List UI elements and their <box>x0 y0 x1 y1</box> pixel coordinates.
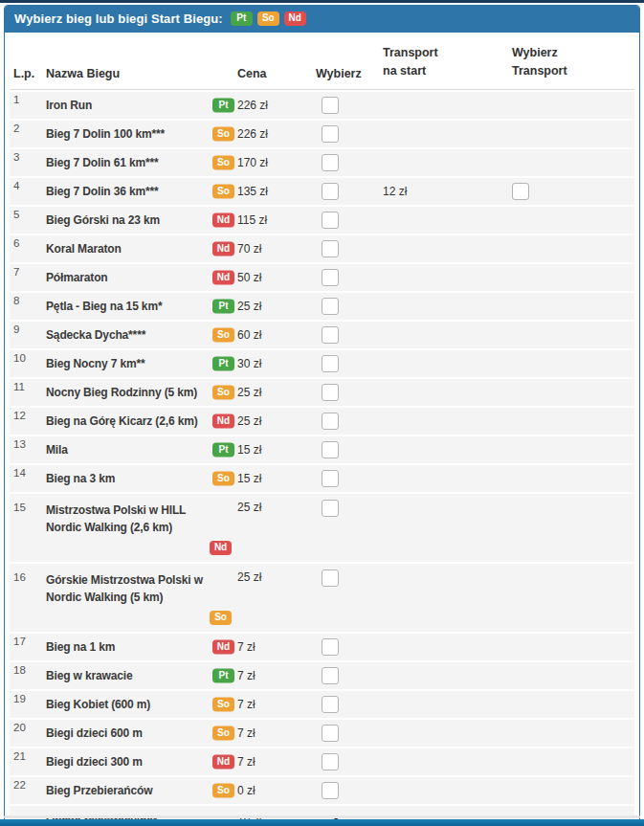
day-badge: Nd <box>212 639 234 654</box>
race-name-cell: Bieg 7 Dolin 100 km*** <box>46 123 212 145</box>
select-race-checkbox[interactable] <box>322 667 339 684</box>
table-row: 15 Mistrzostwa Polski w HILL Nordic Walk… <box>10 494 634 562</box>
table-row: 7 Półmaraton Nd 50 zł <box>10 264 634 291</box>
table-row: 22 Bieg Przebierańców So 0 zł <box>10 777 634 804</box>
col-header-select-transport: Wybierz Transport <box>505 44 634 80</box>
race-price: 226 zł <box>237 99 268 112</box>
race-name-cell: Bieg na 1 km <box>46 636 212 658</box>
race-name: Bieg 7 Dolin 36 km*** <box>46 185 159 198</box>
select-race-checkbox[interactable] <box>322 269 339 286</box>
day-badge-nd: Nd <box>284 11 306 26</box>
select-race-checkbox[interactable] <box>322 125 339 143</box>
day-badge: Pt <box>212 442 234 457</box>
row-number: 17 <box>10 634 46 647</box>
row-number: 18 <box>10 662 46 676</box>
select-race-checkbox[interactable] <box>322 696 339 713</box>
row-number <box>10 806 46 808</box>
select-race-checkbox[interactable] <box>322 154 339 171</box>
select-race-checkbox[interactable] <box>322 441 339 458</box>
race-price: 115 zł <box>237 213 267 227</box>
race-name-cell: Sądecka Dycha**** <box>46 324 212 346</box>
day-badge: So <box>212 726 234 740</box>
day-badge: So <box>212 155 234 169</box>
day-badge: Nd <box>212 413 234 428</box>
select-race-checkbox[interactable] <box>322 470 339 487</box>
select-race-checkbox[interactable] <box>322 384 339 401</box>
race-name: Bieg na 3 km <box>46 472 115 485</box>
col-header-price: Cena <box>212 67 316 80</box>
day-badge: Nd <box>212 241 234 256</box>
select-race-checkbox[interactable] <box>322 212 339 229</box>
table-header-row: L.p. Nazwa Biegu Cena Wybierz Transport … <box>10 36 634 90</box>
row-number: 16 <box>10 569 46 583</box>
row-number: 21 <box>10 748 46 762</box>
select-race-checkbox[interactable] <box>322 638 339 656</box>
day-badge: So <box>212 126 234 141</box>
race-price-cell: So 15 zł <box>212 472 316 485</box>
race-price: 7 zł <box>237 726 255 740</box>
race-price-cell: Nd 50 zł <box>212 271 316 284</box>
table-row: 5 Bieg Górski na 23 km Nd 115 zł <box>10 207 634 234</box>
race-price-cell: So 60 zł <box>212 328 316 342</box>
select-race-checkbox[interactable] <box>322 183 339 200</box>
table-row: 3 Bieg 7 Dolin 61 km*** So 170 zł <box>10 149 634 176</box>
select-race-checkbox[interactable] <box>322 725 339 742</box>
race-name-cell: Biegi dzieci 600 m <box>46 723 212 744</box>
day-badge: So <box>212 697 234 711</box>
race-name: Górskie Mistrzostwa Polski w Nordic Walk… <box>46 571 207 606</box>
day-badge: Pt <box>212 668 234 682</box>
day-badge: Nd <box>212 270 234 284</box>
row-number: 10 <box>10 350 46 364</box>
race-price: 60 zł <box>237 328 261 342</box>
row-number: 6 <box>10 235 46 249</box>
row-number: 2 <box>10 121 46 134</box>
race-price-cell: 25 zł <box>212 500 316 514</box>
row-number: 20 <box>10 720 46 733</box>
race-name: Biegi dzieci 300 m <box>46 755 143 769</box>
row-number: 8 <box>10 293 46 306</box>
select-race-checkbox[interactable] <box>322 569 339 587</box>
race-name: Bieg w krawacie <box>46 669 132 682</box>
race-name: Bieg na Górę Kicarz (2,6 km) <box>46 414 198 428</box>
day-badge: Nd <box>212 212 234 227</box>
select-race-checkbox[interactable] <box>322 413 339 430</box>
select-race-checkbox[interactable] <box>322 753 339 770</box>
col-header-select: Wybierz <box>316 67 378 80</box>
race-name-cell: Bieg na Górę Kicarz (2,6 km) <box>46 411 212 432</box>
transport-price: 12 zł <box>383 185 407 198</box>
select-race-checkbox[interactable] <box>322 97 339 114</box>
panel-header: Wybierz bieg lub biegi Start Biegu: PtSo… <box>5 6 639 33</box>
race-price-cell: Pt 15 zł <box>212 443 316 457</box>
race-name-cell: Bieg Kobiet (600 m) <box>46 694 212 715</box>
select-race-checkbox[interactable] <box>322 355 339 372</box>
select-transport-checkbox[interactable] <box>512 183 529 200</box>
select-race-checkbox[interactable] <box>322 298 339 315</box>
row-number: 11 <box>10 379 46 392</box>
day-badge: So <box>212 327 234 342</box>
select-race-checkbox[interactable] <box>322 240 339 257</box>
race-name: Bieg na 1 km <box>46 640 115 654</box>
race-name-cell: Bieg Przebierańców <box>46 780 212 801</box>
select-race-checkbox[interactable] <box>322 500 339 517</box>
day-badge: Pt <box>212 356 234 370</box>
race-price: 7 zł <box>237 698 255 711</box>
race-price-cell: So 25 zł <box>212 386 316 399</box>
race-name-cell: Bieg Nocny 7 km** <box>46 353 212 374</box>
race-price-cell: Nd 7 zł <box>212 755 316 769</box>
select-race-checkbox[interactable] <box>322 782 339 799</box>
select-race-checkbox[interactable] <box>322 326 339 344</box>
race-price: 25 zł <box>237 300 261 313</box>
next-panel-edge <box>0 819 644 826</box>
day-badge: Nd <box>210 541 232 555</box>
col-header-name: Nazwa Biegu <box>46 67 212 80</box>
race-name: Iron Run <box>46 99 92 112</box>
table-row: 20 Biegi dzieci 600 m So 7 zł <box>10 720 634 747</box>
table-row: 10 Bieg Nocny 7 km** Pt 30 zł <box>10 350 634 377</box>
table-row: 18 Bieg w krawacie Pt 7 zł <box>10 662 634 689</box>
race-price: 25 zł <box>237 414 261 428</box>
race-price: 15 zł <box>237 472 261 485</box>
race-name: Sądecka Dycha**** <box>46 328 145 342</box>
race-price: 70 zł <box>237 242 261 256</box>
race-name-cell: Bieg 7 Dolin 36 km*** <box>46 181 212 202</box>
race-price: 135 zł <box>237 185 268 198</box>
